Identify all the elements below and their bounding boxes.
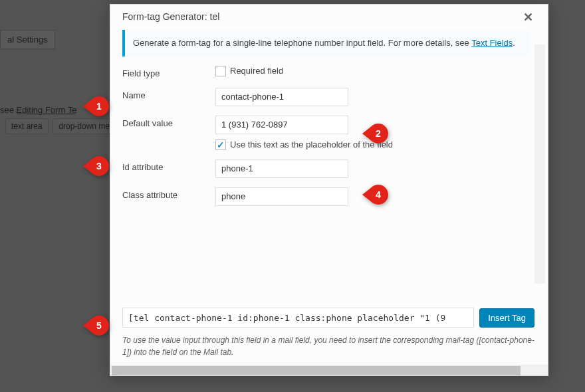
required-checkbox[interactable]: [215, 66, 226, 76]
marker-5: 5: [83, 316, 109, 336]
text-fields-link[interactable]: Text Fields: [471, 38, 513, 48]
modal-body: Generate a form-tag for a single-line te…: [110, 26, 548, 300]
marker-1-num: 1: [89, 96, 109, 116]
notice-text: Generate a form-tag for a single-line te…: [133, 38, 471, 48]
placeholder-checkbox[interactable]: [215, 140, 226, 150]
row-id-attribute: Id attribute: [122, 159, 529, 178]
footer-hint: To use the value input through this fiel…: [122, 334, 534, 358]
marker-3: 3: [83, 156, 109, 176]
horizontal-scrollbar[interactable]: [110, 365, 548, 375]
modal-footer: Insert Tag To use the value input throug…: [110, 300, 548, 365]
marker-2-num: 2: [368, 124, 388, 144]
hint-before: To use the value input through this fiel…: [122, 336, 479, 345]
default-value-input[interactable]: [215, 116, 348, 134]
field-type-label: Field type: [122, 66, 215, 78]
form-tag-modal: Form-tag Generator: tel ✕ Generate a for…: [110, 4, 548, 376]
class-input[interactable]: [215, 187, 348, 206]
hint-after: ) into the field on the Mail tab.: [129, 347, 233, 357]
marker-3-num: 3: [89, 156, 109, 176]
marker-1: 1: [83, 96, 109, 116]
vertical-scrollbar[interactable]: [534, 45, 545, 284]
notice-suffix: .: [513, 38, 515, 48]
id-label: Id attribute: [122, 159, 215, 172]
required-label[interactable]: Required field: [230, 66, 283, 76]
row-class-attribute: Class attribute: [122, 187, 529, 206]
class-label: Class attribute: [122, 187, 215, 200]
name-label: Name: [122, 88, 215, 100]
default-label: Default value: [122, 116, 215, 128]
marker-2: 2: [362, 124, 388, 144]
modal-header: Form-tag Generator: tel ✕: [110, 5, 548, 26]
tag-row: Insert Tag: [122, 308, 534, 328]
id-input[interactable]: [215, 159, 348, 178]
info-notice: Generate a form-tag for a single-line te…: [122, 30, 529, 56]
row-field-type: Field type Required field: [122, 66, 529, 78]
required-wrap: Required field: [215, 66, 529, 76]
row-name: Name: [122, 88, 529, 106]
insert-tag-button[interactable]: Insert Tag: [479, 308, 534, 328]
marker-5-num: 5: [89, 316, 109, 336]
row-default-value: Default value Use this text as the place…: [122, 116, 529, 150]
generated-tag-input[interactable]: [122, 308, 474, 328]
hscroll-thumb[interactable]: [112, 366, 521, 375]
modal-title: Form-tag Generator: tel: [122, 11, 219, 22]
marker-4-num: 4: [368, 185, 388, 205]
close-icon[interactable]: ✕: [523, 10, 533, 25]
name-input[interactable]: [215, 88, 348, 106]
marker-4: 4: [362, 185, 388, 205]
